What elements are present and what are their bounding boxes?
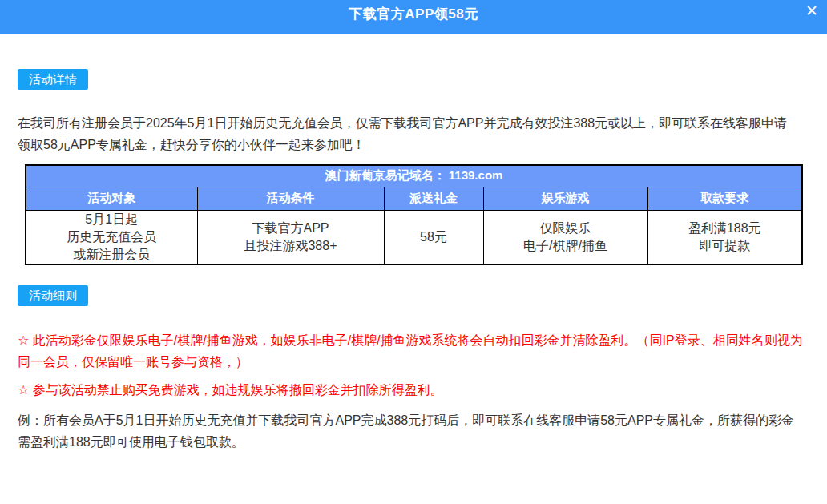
cell-target: 5月1日起 历史无充值会员 或新注册会员 [26, 210, 197, 264]
column-header-bonus: 派送礼金 [384, 187, 483, 210]
table-row: 5月1日起 历史无充值会员 或新注册会员 下载官方APP 且投注游戏388+ 5… [26, 210, 802, 264]
column-header-games: 娱乐游戏 [483, 187, 647, 210]
table-caption-row: 澳门新葡京易记域名： 1139.com [26, 165, 802, 187]
table-domain-caption: 澳门新葡京易记域名： 1139.com [26, 165, 802, 187]
intro-paragraph: 在我司所有注册会员于2025年5月1日开始历史无充值会员，仅需下载我司官方APP… [18, 112, 795, 155]
table-header-row: 活动对象 活动条件 派送礼金 娱乐游戏 取款要求 [26, 187, 802, 210]
cell-bonus: 58元 [384, 210, 483, 264]
column-header-target: 活动对象 [26, 187, 197, 210]
rule-paragraph-1: ☆ 此活动彩金仅限娱乐电子/棋牌/捕鱼游戏，如娱乐非电子/棋牌/捕鱼游戏系统将会… [18, 329, 805, 373]
section-badge-activity-details: 活动详情 [18, 69, 88, 90]
cell-withdraw: 盈利满188元 即可提款 [647, 210, 802, 264]
close-icon: ✕ [805, 2, 818, 19]
example-paragraph: 例：所有会员A于5月1日开始历史无充值并下载我司官方APP完成388元打码后，即… [18, 409, 805, 453]
modal-header: 下载官方APP领58元 ✕ [0, 0, 827, 34]
column-header-condition: 活动条件 [197, 187, 384, 210]
cell-games: 仅限娱乐 电子/棋牌/捕鱼 [483, 210, 647, 264]
column-header-withdraw: 取款要求 [647, 187, 802, 210]
cell-condition: 下载官方APP 且投注游戏388+ [197, 210, 384, 264]
rule-paragraph-2: ☆ 参与该活动禁止购买免费游戏，如违规娱乐将撤回彩金并扣除所得盈利。 [18, 379, 805, 401]
promo-table: 澳门新葡京易记域名： 1139.com 活动对象 活动条件 派送礼金 娱乐游戏 … [25, 164, 803, 265]
close-button[interactable]: ✕ [802, 2, 821, 21]
section-badge-activity-rules: 活动细则 [18, 285, 88, 306]
promo-modal: 下载官方APP领58元 ✕ 活动详情 在我司所有注册会员于2025年5月1日开始… [0, 0, 827, 504]
modal-title: 下载官方APP领58元 [349, 6, 478, 22]
